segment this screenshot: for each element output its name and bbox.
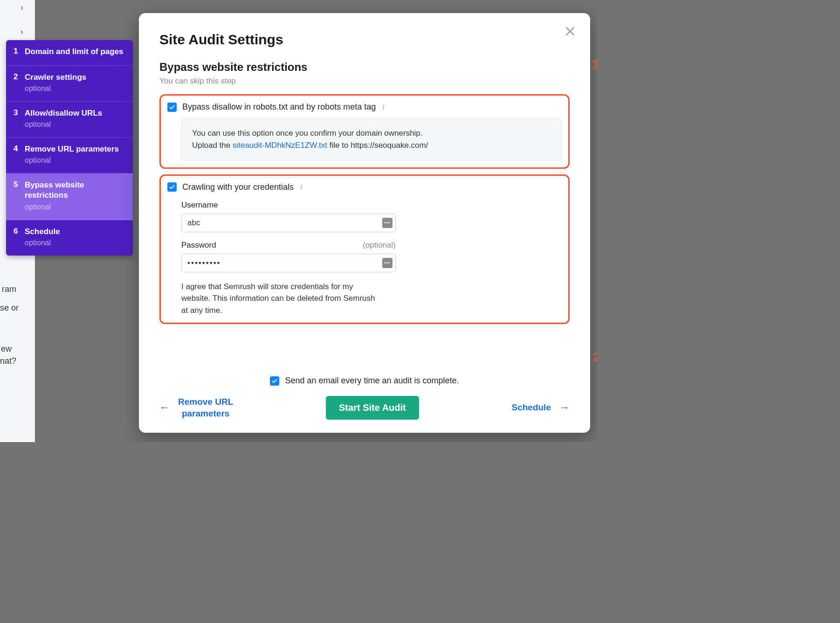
username-label: Username: [181, 201, 218, 210]
credentials-section: Crawling with your credentials i Usernam…: [159, 174, 570, 325]
close-button[interactable]: [564, 25, 578, 39]
step-number: 2: [14, 72, 25, 93]
arrow-left-icon: ←: [159, 401, 170, 415]
info-line: You can use this option once you confirm…: [192, 127, 551, 139]
section-title: Bypass website restrictions: [159, 61, 570, 74]
check-icon: [169, 184, 175, 190]
prev-step-link[interactable]: ← Remove URL parameters: [159, 396, 233, 419]
bypass-robots-section: Bypass disallow in robots.txt and by rob…: [159, 94, 570, 169]
section-subtitle: You can skip this step: [159, 76, 570, 86]
step-optional: optional: [25, 203, 125, 211]
ownership-info-panel: You can use this option once you confirm…: [181, 118, 562, 161]
start-site-audit-button[interactable]: Start Site Audit: [326, 396, 419, 420]
credentials-checkbox[interactable]: [167, 182, 177, 192]
siteaudit-file-link[interactable]: siteaudit-MDhkNzE1ZW.txt: [233, 141, 327, 150]
credentials-label: Crawling with your credentials: [182, 182, 294, 192]
step-optional: optional: [25, 84, 125, 93]
bg-text: nat?: [0, 355, 16, 367]
bypass-robots-checkbox[interactable]: [167, 103, 177, 112]
step-number: 3: [14, 108, 25, 129]
sidebar-item-remove-url-params[interactable]: 4 Remove URL parameters optional: [6, 138, 133, 173]
wizard-steps: 1 Domain and limit of pages 2 Crawler se…: [6, 40, 133, 256]
password-manager-icon[interactable]: •••: [382, 258, 392, 268]
bg-text: ew: [1, 343, 12, 355]
password-input-wrap: •••: [181, 254, 396, 272]
callout-number-1: 1: [592, 57, 597, 72]
step-number: 6: [14, 227, 25, 247]
sidebar-item-schedule[interactable]: 6 Schedule optional: [6, 220, 133, 256]
email-notify-label: Send an email every time an audit is com…: [285, 376, 459, 386]
info-line: Upload the siteaudit-MDhkNzE1ZW.txt file…: [192, 139, 551, 152]
step-label: Schedule: [25, 227, 125, 237]
step-number: 4: [14, 144, 25, 165]
step-label: Crawler settings: [25, 72, 125, 83]
step-optional: optional: [25, 156, 125, 165]
sidebar-item-crawler-settings[interactable]: 2 Crawler settings optional: [6, 66, 133, 102]
modal-title: Site Audit Settings: [159, 32, 570, 48]
password-optional: (optional): [363, 241, 396, 250]
password-input[interactable]: [187, 258, 382, 268]
bypass-robots-label: Bypass disallow in robots.txt and by rob…: [182, 102, 376, 112]
sidebar-item-domain-limit[interactable]: 1 Domain and limit of pages: [6, 40, 133, 66]
chevron-right-icon[interactable]: ›: [21, 27, 23, 37]
step-number: 5: [14, 180, 25, 211]
password-label: Password: [181, 241, 216, 250]
sidebar-item-bypass-restrictions[interactable]: 5 Bypass website restrictions optional: [6, 173, 133, 220]
next-step-label: Schedule: [512, 402, 551, 414]
close-icon: [564, 25, 576, 37]
check-icon: [271, 378, 278, 384]
bg-text: se or: [0, 302, 19, 314]
step-label: Bypass website restrictions: [25, 180, 125, 201]
callout-number-2: 2: [593, 350, 597, 365]
username-input[interactable]: [187, 218, 382, 228]
info-icon[interactable]: i: [382, 103, 384, 111]
step-label: Allow/disallow URLs: [25, 108, 125, 118]
settings-modal: Site Audit Settings Bypass website restr…: [139, 13, 590, 433]
step-number: 1: [14, 47, 25, 57]
next-step-link[interactable]: Schedule →: [512, 401, 570, 415]
bg-text: ram: [2, 284, 16, 295]
step-label: Remove URL parameters: [25, 144, 125, 154]
step-optional: optional: [25, 120, 125, 129]
sidebar-item-allow-disallow[interactable]: 3 Allow/disallow URLs optional: [6, 102, 133, 138]
step-optional: optional: [25, 239, 125, 247]
credentials-agreement: I agree that Semrush will store credenti…: [181, 281, 377, 317]
password-manager-icon[interactable]: •••: [382, 218, 392, 228]
check-icon: [169, 104, 175, 111]
info-icon[interactable]: i: [300, 183, 302, 191]
username-input-wrap: •••: [181, 214, 396, 232]
arrow-right-icon: →: [559, 401, 570, 415]
step-label: Domain and limit of pages: [25, 47, 125, 57]
email-notify-checkbox[interactable]: [270, 376, 279, 386]
modal-footer: Send an email every time an audit is com…: [159, 376, 570, 420]
prev-step-label: Remove URL parameters: [178, 396, 233, 419]
chevron-right-icon[interactable]: ›: [21, 3, 23, 13]
